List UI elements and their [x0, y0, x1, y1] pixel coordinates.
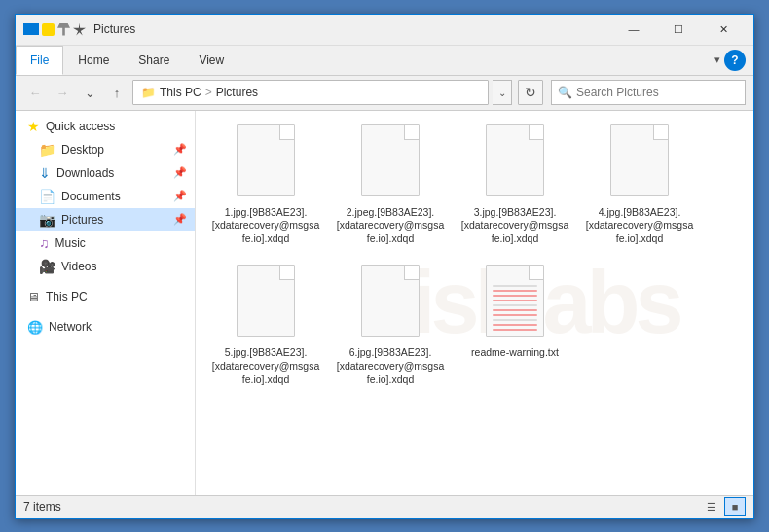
ribbon: File Home Share View ▾ ?: [16, 46, 753, 76]
sidebar-item-documents[interactable]: 📄 Documents 📌: [16, 185, 195, 208]
line2: [493, 290, 537, 292]
thispc-label: This PC: [46, 290, 88, 303]
list-item[interactable]: 3.jpg.[9B83AE23].[xdatarecovery@msgsafe.…: [457, 119, 573, 252]
file-page-2: [361, 124, 420, 196]
line1: [493, 285, 537, 287]
list-item[interactable]: 2.jpeg.[9B83AE23].[xdatarecovery@msgsafe…: [332, 119, 449, 252]
desktop-folder-icon: 📁: [39, 142, 55, 158]
help-button[interactable]: ?: [724, 50, 746, 71]
refresh-button[interactable]: ↻: [518, 80, 543, 105]
file-page-3: [486, 124, 544, 196]
line7: [493, 314, 537, 316]
tab-view[interactable]: View: [184, 46, 238, 75]
dropdown-recent-button[interactable]: ⌄: [78, 81, 101, 104]
ribbon-tabs: File Home Share View ▾ ?: [16, 46, 753, 75]
file-icon-1: [232, 124, 300, 202]
list-item[interactable]: 5.jpg.[9B83AE23].[xdatarecovery@msgsafe.…: [207, 259, 324, 392]
list-item[interactable]: 4.jpg.[9B83AE23].[xdatarecovery@msgsafe.…: [581, 119, 698, 252]
pictures-pin-icon: 📌: [173, 213, 187, 226]
file-page-1: [237, 124, 295, 196]
list-item[interactable]: 1.jpg.[9B83AE23].[xdatarecovery@msgsafe.…: [207, 119, 324, 252]
content-area: ★ Quick access 📁 Desktop 📌 ⇓ Downloads 📌…: [16, 111, 753, 495]
window-title: Pictures: [93, 22, 611, 36]
pictures-icon: 📷: [39, 212, 55, 228]
file-page-4: [610, 124, 669, 196]
thispc-icon: 🖥: [27, 290, 40, 304]
line10: [493, 329, 537, 331]
file-name-3: 3.jpg.[9B83AE23].[xdatarecovery@msgsafe.…: [460, 206, 569, 246]
desktop-label: Desktop: [61, 143, 104, 157]
tab-share[interactable]: Share: [124, 46, 184, 75]
dropdown-icon-title: [73, 23, 86, 36]
status-bar: 7 items ☰ ■: [16, 495, 753, 518]
back-button[interactable]: ←: [23, 81, 47, 104]
window-controls: — ☐ ✕: [611, 14, 746, 45]
search-box[interactable]: 🔍: [551, 80, 746, 105]
file-name-6: 6.jpg.[9B83AE23].[xdatarecovery@msgsafe.…: [336, 346, 445, 386]
forward-button[interactable]: →: [51, 81, 74, 104]
desktop-pin-icon: 📌: [173, 143, 187, 156]
maximize-button[interactable]: ☐: [656, 14, 701, 45]
line4: [493, 300, 537, 301]
search-input[interactable]: [576, 86, 739, 99]
documents-pin-icon: 📌: [173, 190, 187, 202]
documents-icon: 📄: [39, 189, 55, 204]
network-icon: 🌐: [27, 320, 43, 335]
line9: [493, 324, 537, 326]
path-dropdown-button[interactable]: ⌄: [493, 80, 512, 105]
file-grid: fishlabs 1.jpg.[9B83AE23].[xdatarecovery…: [196, 111, 753, 495]
tab-home[interactable]: Home: [63, 46, 124, 75]
tab-file[interactable]: File: [16, 46, 63, 75]
line3: [493, 295, 537, 297]
line5: [493, 304, 537, 306]
sidebar-item-network[interactable]: 🌐 Network: [16, 316, 195, 338]
path-sep1: >: [205, 86, 212, 99]
file-lines: [493, 285, 537, 334]
details-view-button[interactable]: ☰: [701, 497, 722, 516]
videos-icon: 🎥: [39, 259, 55, 274]
close-button[interactable]: ✕: [701, 14, 746, 45]
large-icons-view-button[interactable]: ■: [724, 497, 746, 516]
file-icon-5: [232, 265, 300, 342]
file-page-readme: [486, 265, 544, 337]
sidebar-spacer2: [16, 308, 195, 316]
sidebar: ★ Quick access 📁 Desktop 📌 ⇓ Downloads 📌…: [16, 111, 196, 495]
items-count: 7 items: [23, 500, 61, 514]
downloads-icon: ⇓: [39, 165, 51, 181]
sidebar-item-videos[interactable]: 🎥 Videos: [16, 255, 195, 278]
sidebar-item-music[interactable]: ♫ Music: [16, 231, 195, 255]
sidebar-item-thispc[interactable]: 🖥 This PC: [16, 286, 195, 308]
address-folder-icon: 📁: [141, 86, 156, 99]
minimize-button[interactable]: —: [611, 14, 656, 45]
file-icon-3: [481, 124, 549, 202]
sidebar-item-pictures[interactable]: 📷 Pictures 📌: [16, 208, 195, 231]
up-button[interactable]: ↑: [105, 81, 128, 104]
path-pictures[interactable]: Pictures: [216, 86, 258, 99]
file-name-readme: readme-warning.txt: [471, 346, 559, 360]
list-item[interactable]: readme-warning.txt: [457, 259, 573, 392]
list-item[interactable]: 6.jpg.[9B83AE23].[xdatarecovery@msgsafe.…: [332, 259, 449, 392]
file-page-6: [361, 265, 420, 337]
title-bar: Pictures — ☐ ✕: [16, 15, 753, 46]
folder-icon-blue: [23, 23, 39, 35]
network-label: Network: [49, 320, 92, 334]
file-name-4: 4.jpg.[9B83AE23].[xdatarecovery@msgsafe.…: [585, 206, 694, 246]
sidebar-item-desktop[interactable]: 📁 Desktop 📌: [16, 138, 195, 161]
downloads-pin-icon: 📌: [173, 166, 187, 179]
address-path[interactable]: 📁 This PC > Pictures: [132, 80, 489, 105]
sidebar-item-downloads[interactable]: ⇓ Downloads 📌: [16, 161, 195, 185]
path-thispc[interactable]: This PC: [160, 86, 201, 99]
file-page-5: [237, 265, 295, 337]
file-icon-readme: [481, 265, 549, 342]
ribbon-expand-icon[interactable]: ▾: [714, 53, 720, 66]
explorer-window: Pictures — ☐ ✕ File Home Share View ▾ ? …: [15, 14, 754, 519]
file-icon-2: [356, 124, 424, 202]
documents-label: Documents: [61, 190, 121, 203]
videos-label: Videos: [61, 260, 96, 273]
downloads-label: Downloads: [56, 166, 114, 180]
sidebar-item-quick-access[interactable]: ★ Quick access: [16, 115, 195, 138]
address-bar: ← → ⌄ ↑ 📁 This PC > Pictures ⌄ ↻ 🔍: [16, 76, 753, 111]
pictures-label: Pictures: [61, 213, 103, 227]
file-name-2: 2.jpeg.[9B83AE23].[xdatarecovery@msgsafe…: [336, 206, 445, 246]
files-container: 1.jpg.[9B83AE23].[xdatarecovery@msgsafe.…: [207, 119, 742, 393]
